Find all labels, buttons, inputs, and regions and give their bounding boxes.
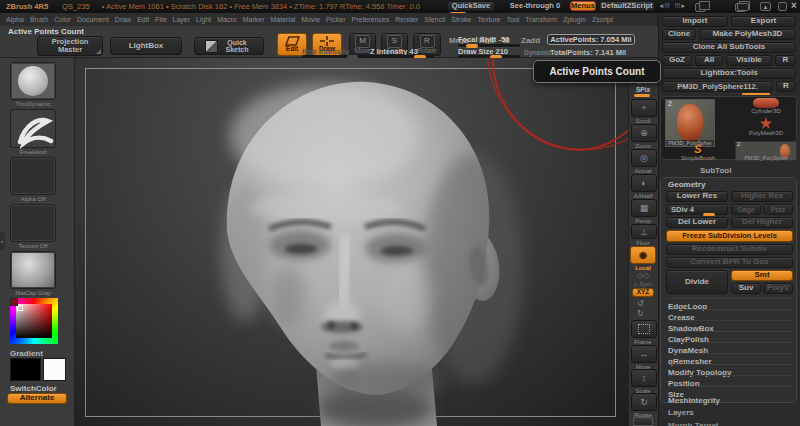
switchcolor-button[interactable]: SwitchColor [10, 384, 57, 393]
convert-bpr-button[interactable]: Convert BPR To Geo [666, 257, 793, 268]
export-up-icon[interactable]: ▲ [760, 2, 771, 11]
lightbox-tools-button[interactable]: Lightbox:Tools [662, 68, 796, 79]
zoom-button[interactable]: ⊕ Zoom [631, 124, 655, 149]
divide-button[interactable]: Divide [666, 270, 728, 294]
quick-sketch-button[interactable]: Quick Sketch [194, 37, 264, 55]
menu-light[interactable]: Light [196, 16, 211, 23]
lightbox-button[interactable]: LightBox [110, 37, 182, 55]
copy-doc-icon[interactable] [695, 3, 706, 12]
freeze-subdivision-button[interactable]: Freeze SubDivision Levels [666, 230, 793, 242]
tool-r-button[interactable]: R [776, 81, 796, 92]
aahalf-button[interactable]: ◐ AAHalf [631, 174, 655, 199]
menu-file[interactable]: File [155, 16, 166, 23]
clone-all-subtools-button[interactable]: Clone All SubTools [662, 42, 796, 53]
sdiv-slider[interactable]: SDiv 4 [666, 204, 728, 215]
goz-r-button[interactable]: R [775, 55, 796, 66]
frame-button[interactable]: Frame [631, 320, 655, 345]
morph-target-section-header[interactable]: Morph Target [668, 421, 719, 426]
secondary-color-swatch[interactable] [43, 358, 66, 381]
print-icon[interactable] [737, 3, 749, 11]
menu-tool[interactable]: Tool [506, 16, 519, 23]
actual-button[interactable]: ◎ Actual [631, 149, 655, 174]
close-icon[interactable]: × [791, 0, 797, 11]
section-meshintegrity[interactable]: MeshIntegrity [668, 393, 793, 405]
scale-3d-button[interactable]: ↕ Scale [631, 369, 655, 394]
visible-button[interactable]: Visible [726, 55, 772, 66]
export-button[interactable]: Export [731, 16, 796, 27]
zadd-toggle[interactable]: Zadd [521, 36, 540, 45]
reconstruct-subdiv-button[interactable]: Reconstruct Subdiv [666, 244, 793, 255]
geometry-header[interactable]: Geometry [668, 180, 705, 189]
suv-toggle[interactable]: Suv [731, 283, 761, 294]
dynamic-toggle[interactable]: Dynamic [524, 49, 551, 56]
texture-thumbnail[interactable] [10, 204, 56, 242]
stroke-thumbnail[interactable] [10, 109, 56, 148]
menu-draw[interactable]: Draw [115, 16, 131, 23]
goz-button[interactable]: GoZ [662, 55, 692, 66]
canvas[interactable] [75, 58, 628, 426]
lsym-button[interactable]: ◇◇ L.Sym [631, 271, 655, 287]
layers-section-header[interactable]: Layers [668, 408, 694, 417]
higher-res-button[interactable]: Higher Res [731, 191, 793, 202]
menu-stencil[interactable]: Stencil [424, 16, 445, 23]
menu-marker[interactable]: Marker [243, 16, 265, 23]
pen-icon[interactable] [778, 2, 787, 11]
projection-master-button[interactable]: Projection Master [37, 36, 103, 56]
zscript-nav[interactable]: ◄!!! !!!► [658, 2, 687, 9]
menu-picker[interactable]: Picker [326, 16, 345, 23]
sdiv-handle[interactable] [703, 213, 715, 216]
main-color-swatch[interactable] [10, 358, 41, 381]
current-tool-button[interactable]: PM3D_PolySphere112. [662, 81, 773, 92]
menu-stroke[interactable]: Stroke [451, 16, 471, 23]
material-thumbnail[interactable] [10, 251, 56, 289]
tool-item-cylinder3d[interactable]: Cylinder3D [737, 97, 795, 114]
spix-slider[interactable]: SPix [631, 86, 655, 96]
polyv-toggle[interactable]: PolyV [763, 283, 793, 294]
import-button[interactable]: Import [662, 16, 728, 27]
menu-transform[interactable]: Transform [525, 16, 557, 23]
menu-macro[interactable]: Macro [217, 16, 236, 23]
subtool-section-header[interactable]: SubTool [700, 166, 731, 175]
focal-shift-slider[interactable]: Focal Shift -56 [458, 35, 509, 44]
rotate-3d-button[interactable]: ↻ Rotate [631, 393, 655, 418]
make-polymesh3d-button[interactable]: Make PolyMesh3D [699, 29, 796, 40]
tool-item-simplebrush[interactable]: S SimpleBrush [669, 145, 727, 161]
zscript-next-icon[interactable]: !!!► [675, 2, 687, 9]
spin-cw-icon[interactable]: ↺ [637, 299, 644, 308]
xyz-button[interactable]: XYZ [632, 288, 654, 297]
del-lower-button[interactable]: Del Lower [666, 217, 728, 228]
smt-toggle[interactable]: Smt [731, 270, 793, 281]
scroll-button[interactable]: + Scroll [631, 99, 655, 124]
clone-button[interactable]: Clone [662, 29, 696, 40]
menu-zscript[interactable]: Zscript [592, 16, 613, 23]
default-zscript-button[interactable]: DefaultZScript [599, 1, 655, 11]
menu-color[interactable]: Color [54, 16, 71, 23]
menu-preferences[interactable]: Preferences [352, 16, 390, 23]
brush-thumbnail[interactable] [10, 62, 56, 100]
quicksave-button[interactable]: QuickSave [447, 1, 495, 11]
menu-layer[interactable]: Layer [173, 16, 191, 23]
grid-button[interactable] [633, 417, 653, 426]
menu-brush[interactable]: Brush [30, 16, 48, 23]
menu-zplugin[interactable]: Zplugin [563, 16, 586, 23]
menu-render[interactable]: Render [395, 16, 418, 23]
menu-movie[interactable]: Movie [301, 16, 320, 23]
alternate-button[interactable]: Alternate [7, 393, 67, 404]
zscript-prev-icon[interactable]: ◄!!! [658, 2, 670, 9]
menu-texture[interactable]: Texture [477, 16, 500, 23]
spin-ccw-icon[interactable]: ↻ [637, 309, 644, 318]
see-through-slider[interactable]: See-through 0 [505, 1, 565, 11]
left-tray-handle[interactable]: ▸ [0, 232, 5, 250]
alpha-thumbnail[interactable] [10, 157, 56, 195]
menu-document[interactable]: Document [77, 16, 109, 23]
move-3d-button[interactable]: ↔ Move [631, 345, 655, 370]
all-button[interactable]: All [695, 55, 723, 66]
del-higher-button[interactable]: Del Higher [731, 217, 793, 228]
pctz-button[interactable]: Pctz [763, 204, 793, 215]
floor-button[interactable]: ⊥ Floor [631, 224, 655, 246]
color-picker[interactable] [10, 298, 58, 344]
lower-res-button[interactable]: Lower Res [666, 191, 728, 202]
local-button[interactable]: ◉ Local [630, 246, 656, 271]
menus-toggle[interactable]: Menus [570, 1, 596, 11]
menu-alpha[interactable]: Alpha [6, 16, 24, 23]
